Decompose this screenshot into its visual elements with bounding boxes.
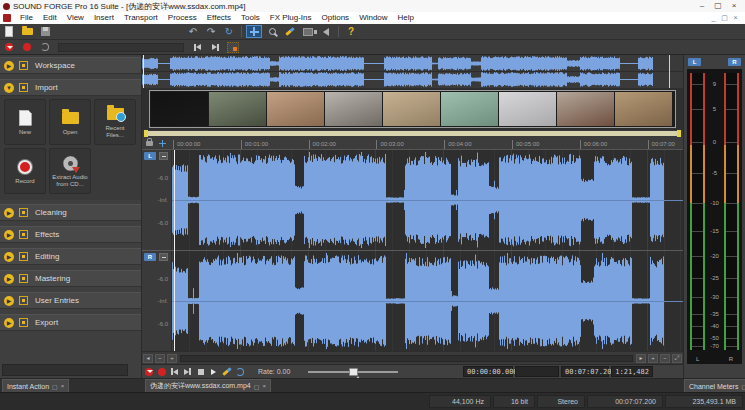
left-channel-badge[interactable]: L bbox=[144, 152, 156, 160]
audio-event-button[interactable] bbox=[318, 25, 334, 38]
sidebar-section-mastering[interactable]: ▶ Mastering bbox=[0, 270, 141, 287]
menu-item-effects[interactable]: Effects bbox=[202, 12, 236, 24]
zoom-in-time-button[interactable]: + bbox=[167, 354, 177, 363]
right-channel-badge[interactable]: R bbox=[144, 253, 156, 261]
menu-item-view[interactable]: View bbox=[62, 12, 89, 24]
pencil-tool-button[interactable] bbox=[282, 25, 298, 38]
loop-region-bar[interactable] bbox=[142, 130, 683, 137]
menu-item-help[interactable]: Help bbox=[393, 12, 419, 24]
play-button[interactable] bbox=[208, 366, 220, 378]
undo-button[interactable]: ↶ bbox=[185, 25, 201, 38]
loop-end-handle[interactable] bbox=[677, 130, 681, 137]
sidebar-section-cleaning[interactable]: ▶ Cleaning bbox=[0, 204, 141, 221]
record-tile[interactable]: Record bbox=[4, 148, 46, 194]
edit-tool-button[interactable] bbox=[246, 25, 262, 38]
video-thumbnail bbox=[499, 92, 556, 126]
zoom-in-button[interactable]: + bbox=[648, 354, 658, 363]
close-icon[interactable]: × bbox=[262, 383, 266, 389]
go-to-end-button[interactable] bbox=[182, 366, 194, 378]
help-button[interactable]: ? bbox=[343, 25, 359, 38]
sidebar-section-import[interactable]: ▼ Import bbox=[0, 79, 141, 96]
record-special-button[interactable] bbox=[143, 366, 155, 378]
menu-item-tools[interactable]: Tools bbox=[236, 12, 265, 24]
menu-item-insert[interactable]: Insert bbox=[89, 12, 119, 24]
zoom-out-button[interactable]: − bbox=[660, 354, 670, 363]
toolbar-separator bbox=[241, 26, 242, 37]
record-button[interactable] bbox=[19, 41, 35, 54]
minimize-button[interactable]: – bbox=[694, 0, 710, 12]
menu-item-process[interactable]: Process bbox=[163, 12, 202, 24]
chevron-down-icon: ▼ bbox=[4, 83, 14, 93]
rate-slider[interactable] bbox=[308, 366, 398, 378]
timeline-ruler[interactable]: 00:00:0000:01:0000:02:0000:03:0000:04:00… bbox=[142, 137, 683, 150]
loop-playback-button[interactable] bbox=[37, 41, 53, 54]
menu-item-fx-plug-ins[interactable]: FX Plug-Ins bbox=[265, 12, 317, 24]
instant-action-sidebar: ▶ Workspace ▼ Import New Open Recent Fil… bbox=[0, 55, 142, 378]
record-button[interactable] bbox=[156, 366, 168, 378]
doc-minimize-button[interactable]: _ bbox=[708, 12, 719, 24]
instant-action-tab[interactable]: Instant Action ▢ × bbox=[2, 379, 69, 392]
move-tool-icon bbox=[159, 140, 166, 147]
magnify-tool-button[interactable] bbox=[264, 25, 280, 38]
go-to-start-button[interactable] bbox=[169, 366, 181, 378]
redo-button[interactable]: ↷ bbox=[203, 25, 219, 38]
float-window-icon[interactable]: ▢ bbox=[52, 383, 58, 390]
recent-files-tile[interactable]: Recent Files... bbox=[94, 99, 136, 145]
repeat-button[interactable]: ↻ bbox=[221, 25, 237, 38]
maximize-button[interactable]: ▢ bbox=[710, 0, 726, 12]
minimize-channel-button[interactable] bbox=[159, 253, 168, 261]
selection-start-display[interactable] bbox=[515, 366, 559, 377]
document-tab[interactable]: 伪递的安详www.ssdax.com.mp4 ▢ × bbox=[145, 379, 271, 392]
selection-end-display[interactable]: 00:07:07.200 bbox=[561, 366, 609, 377]
left-channel-waveform[interactable] bbox=[172, 150, 683, 250]
sidebar-section-user-entries[interactable]: ▶ User Entries bbox=[0, 292, 141, 309]
loop-region[interactable] bbox=[144, 131, 681, 136]
doc-restore-button[interactable]: ▢ bbox=[719, 12, 730, 24]
record-special-button[interactable] bbox=[1, 41, 17, 54]
cursor-position-display[interactable]: 00:00:00.000 bbox=[463, 366, 513, 377]
menu-item-file[interactable]: File bbox=[15, 12, 38, 24]
scrollbar-track[interactable] bbox=[180, 355, 633, 362]
go-to-end-button[interactable] bbox=[207, 41, 223, 54]
menu-item-transport[interactable]: Transport bbox=[119, 12, 163, 24]
new-tile[interactable]: New bbox=[4, 99, 46, 145]
channel-meters-tab[interactable]: Channel Meters ▢ bbox=[684, 379, 745, 392]
new-file-button[interactable] bbox=[1, 25, 17, 38]
db-label: -Inf. bbox=[158, 298, 168, 304]
menu-item-options[interactable]: Options bbox=[317, 12, 355, 24]
menu-item-edit[interactable]: Edit bbox=[38, 12, 62, 24]
meter-left-badge[interactable]: L bbox=[688, 58, 701, 66]
go-to-start-button[interactable] bbox=[189, 41, 205, 54]
stop-button[interactable] bbox=[195, 366, 207, 378]
float-window-icon[interactable]: ▢ bbox=[254, 383, 260, 390]
float-window-icon[interactable]: ▢ bbox=[741, 383, 745, 390]
sidebar-section-effects[interactable]: ▶ Effects bbox=[0, 226, 141, 243]
meter-right-badge[interactable]: R bbox=[728, 58, 741, 66]
loop-playback-button[interactable] bbox=[234, 366, 246, 378]
scroll-left-button[interactable]: ◂ bbox=[143, 354, 153, 363]
event-tool-button[interactable] bbox=[225, 41, 241, 54]
zoom-fit-button[interactable]: ⤢ bbox=[672, 354, 682, 363]
extract-audio-tile[interactable]: Extract Audio from CD... bbox=[49, 148, 91, 194]
zoom-out-time-button[interactable]: − bbox=[155, 354, 165, 363]
menu-item-window[interactable]: Window bbox=[354, 12, 392, 24]
close-icon[interactable]: × bbox=[61, 383, 65, 389]
sidebar-section-export[interactable]: ▶ Export bbox=[0, 314, 141, 331]
sidebar-section-editing[interactable]: ▶ Editing bbox=[0, 248, 141, 265]
sidebar-section-workspace[interactable]: ▶ Workspace bbox=[0, 57, 141, 74]
close-button[interactable]: × bbox=[726, 0, 742, 12]
right-channel-waveform[interactable] bbox=[172, 251, 683, 351]
minimize-channel-button[interactable] bbox=[159, 152, 168, 160]
overview-waveform[interactable] bbox=[142, 55, 683, 88]
save-button[interactable] bbox=[37, 25, 53, 38]
loop-start-handle[interactable] bbox=[144, 130, 148, 137]
doc-close-button[interactable]: × bbox=[730, 12, 741, 24]
video-strip[interactable] bbox=[142, 88, 683, 130]
open-file-button[interactable] bbox=[19, 25, 35, 38]
scroll-right-button[interactable]: ▸ bbox=[636, 354, 646, 363]
selection-length-display[interactable]: 1:21,482 bbox=[611, 366, 653, 377]
rate-slider-handle[interactable] bbox=[349, 368, 358, 376]
open-tile[interactable]: Open bbox=[49, 99, 91, 145]
playhead-cursor[interactable] bbox=[174, 150, 175, 351]
play-as-sample-button[interactable] bbox=[221, 366, 233, 378]
